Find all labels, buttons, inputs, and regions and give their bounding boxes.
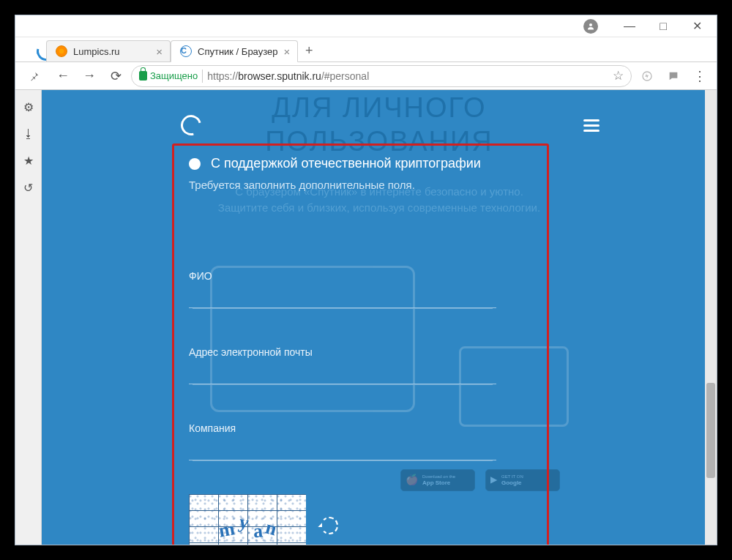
field-company: Компания (189, 422, 538, 460)
body-row: ⚙ ⭳ ★ ↺ ДЛЯ ЛИЧНОГО ПОЛЬЗОВАНИЯ С браузе… (15, 90, 717, 545)
secure-label: Защищено (150, 70, 198, 81)
field-fio: ФИО (189, 270, 538, 308)
form-panel: С поддержкой отечественной криптографии … (189, 156, 538, 545)
captcha-refresh-icon[interactable] (321, 517, 338, 534)
sidebar: ⚙ ⭳ ★ ↺ (15, 90, 42, 545)
captcha-char: n (263, 517, 279, 541)
captcha-image: m y a n (189, 494, 306, 545)
crypto-option-label: С поддержкой отечественной криптографии (211, 156, 481, 171)
company-input[interactable] (189, 440, 496, 460)
chat-icon[interactable] (662, 65, 684, 87)
url-host: browser.sputnik.ru (238, 70, 321, 82)
sidebar-downloads-icon[interactable]: ⭳ (23, 127, 34, 141)
address-bar[interactable]: Защищено https://browser.sputnik.ru/#per… (131, 65, 632, 87)
pin-icon[interactable] (21, 71, 48, 81)
fio-label: ФИО (189, 270, 538, 282)
fio-input[interactable] (189, 288, 496, 308)
window-titlebar: — □ ✕ (15, 15, 717, 37)
sidebar-settings-icon[interactable]: ⚙ (23, 100, 34, 114)
tab-title: Спутник / Браузер (198, 46, 277, 57)
hamburger-menu-icon[interactable] (583, 116, 600, 135)
radio-selected-icon[interactable] (189, 158, 201, 170)
company-label: Компания (189, 422, 538, 434)
field-email: Адрес электронной почты (189, 346, 538, 384)
back-button[interactable]: ← (52, 65, 74, 87)
captcha-char: a (252, 520, 264, 542)
tab-title: Lumpics.ru (73, 46, 120, 57)
favicon-lumpics (56, 45, 67, 57)
tab-close-icon[interactable]: × (283, 45, 290, 58)
tab-sputnik[interactable]: C Спутник / Браузер × (171, 40, 298, 62)
crypto-option-row[interactable]: С поддержкой отечественной криптографии (189, 156, 538, 171)
minimize-button[interactable]: — (613, 15, 646, 37)
url-scheme: https:// (207, 70, 238, 82)
svg-point-0 (589, 23, 592, 26)
tab-close-icon[interactable]: × (156, 45, 163, 58)
browser-window: — □ ✕ Lumpics.ru × C Спутник / Браузер ×… (15, 15, 717, 545)
captcha-text: m y a n (189, 494, 306, 545)
tab-strip: Lumpics.ru × C Спутник / Браузер × + (15, 37, 717, 62)
email-input[interactable] (189, 364, 496, 384)
tab-lumpics[interactable]: Lumpics.ru × (46, 40, 171, 61)
form-panel-highlight: С поддержкой отечественной криптографии … (172, 143, 549, 545)
captcha-char: y (236, 511, 250, 534)
maximize-button[interactable]: □ (646, 15, 680, 37)
page-content: ДЛЯ ЛИЧНОГО ПОЛЬЗОВАНИЯ С браузером «Спу… (42, 90, 717, 545)
kebab-menu-icon[interactable]: ⋮ (689, 65, 711, 87)
sidebar-history-icon[interactable]: ↺ (23, 181, 33, 195)
forward-button[interactable]: → (78, 65, 100, 87)
close-button[interactable]: ✕ (680, 15, 714, 37)
page-nav (181, 111, 600, 140)
captcha-char: m (217, 518, 237, 542)
panel-subtext: Требуется заполнить дополнительные поля. (189, 179, 538, 191)
favicon-sputnik: C (180, 45, 192, 57)
sputnik-logo-icon[interactable] (177, 111, 205, 139)
content-scrollbar[interactable] (705, 90, 717, 545)
new-tab-button[interactable]: + (298, 40, 320, 61)
sidebar-bookmarks-icon[interactable]: ★ (23, 154, 34, 168)
bookmark-star-icon[interactable]: ☆ (613, 68, 624, 83)
email-label: Адрес электронной почты (189, 346, 538, 358)
separator (202, 70, 203, 83)
url-path: /#personal (321, 70, 369, 82)
toolbar: ← → ⟳ Защищено https://browser.sputnik.r… (15, 62, 717, 90)
captcha-area: m y a n (189, 494, 538, 545)
reload-button[interactable]: ⟳ (105, 65, 127, 87)
scroll-thumb[interactable] (706, 383, 715, 478)
lock-icon (139, 71, 147, 81)
secure-indicator: Защищено (139, 70, 198, 81)
url-text: https://browser.sputnik.ru/#personal (207, 70, 608, 82)
account-icon[interactable] (583, 19, 598, 34)
bolt-icon[interactable] (636, 65, 658, 87)
